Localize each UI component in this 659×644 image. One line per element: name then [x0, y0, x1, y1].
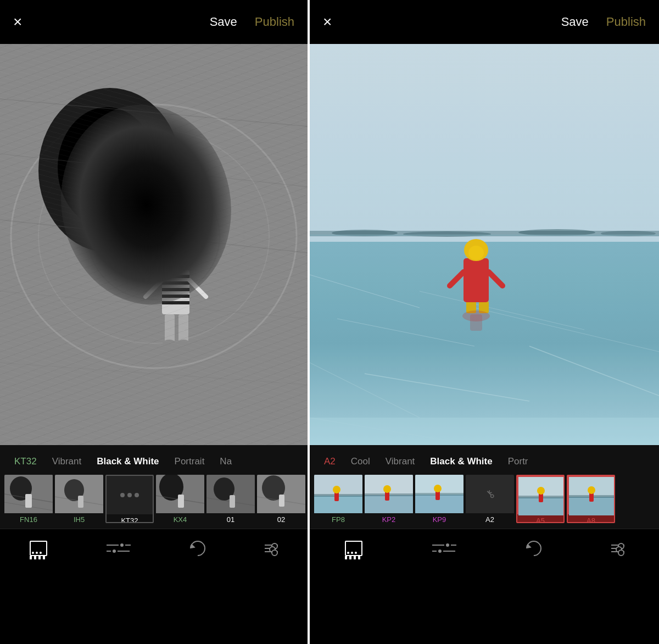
svg-rect-29 — [25, 494, 32, 508]
thumb-a2-bg: ⚷ — [466, 475, 514, 513]
dot1 — [120, 493, 125, 497]
right-flt-line2 — [611, 548, 622, 549]
right-photo-area — [310, 44, 659, 445]
color-photo-svg — [310, 44, 659, 445]
svg-rect-33 — [78, 496, 83, 508]
films-dots — [32, 552, 42, 554]
thumb-a5-img — [517, 476, 563, 514]
right-save-button[interactable]: Save — [561, 15, 589, 29]
left-close-button[interactable]: × — [13, 14, 22, 30]
right-adjust-button[interactable] — [432, 543, 456, 553]
adj-line1 — [107, 543, 131, 547]
right-adj-dot2 — [438, 549, 442, 553]
thumb-kp9-img — [415, 475, 463, 513]
adj-bar2 — [125, 545, 131, 546]
thumb-ih5-img — [55, 475, 103, 513]
right-publish-button[interactable]: Publish — [606, 15, 646, 29]
filter-thumb-ih5[interactable]: IH5 — [55, 475, 103, 523]
right-films-dot2 — [351, 552, 353, 554]
left-header-actions: Save Publish — [210, 15, 294, 29]
right-cat-a2[interactable]: A2 — [316, 456, 343, 467]
right-adjust-icon — [432, 543, 456, 553]
left-filter-area: KT32 Vibrant Black & White Portrait Na — [0, 445, 308, 529]
right-adj-line2 — [432, 549, 456, 553]
filter-thumb-01[interactable]: 01 — [206, 475, 255, 523]
thumb-02-label: 02 — [257, 513, 305, 523]
filter-thumb-kt32[interactable]: KT32 — [105, 475, 154, 523]
adjust-icon — [107, 543, 131, 553]
svg-rect-37 — [178, 495, 184, 508]
revert-icon — [187, 537, 209, 559]
left-publish-button[interactable]: Publish — [255, 15, 294, 29]
thumb-a2-label: A2 — [466, 513, 514, 523]
thumb-kp2-label: KP2 — [365, 513, 413, 523]
right-flt-line3 — [611, 551, 624, 552]
filter-thumb-kp2[interactable]: KP2 — [365, 475, 413, 523]
left-cat-bw[interactable]: Black & White — [89, 456, 166, 467]
thumb-a5-label: A5 — [517, 514, 563, 523]
dot3 — [135, 493, 139, 497]
filter-thumb-fp8[interactable]: FP8 — [314, 475, 362, 523]
right-header-actions: Save Publish — [561, 15, 646, 29]
left-films-button[interactable] — [30, 541, 47, 556]
thumb-fn16-img — [4, 475, 53, 513]
thumb-fp8-img — [314, 475, 362, 513]
right-filters-button[interactable] — [611, 545, 624, 552]
thumb-ih5-label: IH5 — [55, 513, 103, 523]
right-close-button[interactable]: × — [323, 14, 332, 30]
right-bottom-toolbar — [310, 529, 659, 567]
adj-dot2 — [113, 549, 116, 553]
svg-point-87 — [434, 485, 442, 492]
right-cat-vibrant[interactable]: Vibrant — [378, 456, 423, 467]
dot2 — [127, 493, 132, 497]
adj-dot1 — [120, 543, 124, 547]
flt-line1 — [265, 545, 278, 546]
filter-thumb-02[interactable]: 02 — [257, 475, 305, 523]
left-revert-button[interactable] — [190, 541, 205, 556]
key-icon: ⚷ — [482, 486, 498, 502]
adj-bar3 — [107, 551, 111, 552]
filter-thumb-a2[interactable]: ⚷ A2 — [466, 475, 514, 523]
right-adj-bar3 — [432, 551, 437, 552]
left-save-button[interactable]: Save — [210, 15, 237, 29]
svg-point-82 — [383, 485, 391, 493]
films-icon — [30, 541, 47, 556]
right-cat-portrait[interactable]: Portr — [500, 456, 536, 467]
filter-thumb-kp9[interactable]: KP9 — [415, 475, 463, 523]
right-cat-cool[interactable]: Cool — [343, 456, 378, 467]
kp2-svg — [365, 475, 413, 513]
right-adj-bar2 — [451, 545, 456, 546]
kp9-svg — [415, 475, 463, 513]
right-films-button[interactable] — [345, 541, 362, 556]
filter-thumb-fn16[interactable]: FN16 — [4, 475, 53, 523]
filter-thumb-a8[interactable]: A8 — [567, 475, 615, 523]
right-flt-line1 — [611, 545, 624, 546]
left-cat-kt32[interactable]: KT32 — [7, 456, 44, 467]
right-adj-dot1 — [446, 543, 449, 547]
left-photo-area — [0, 44, 308, 445]
left-filters-button[interactable] — [265, 545, 278, 552]
thumb-01-label: 01 — [206, 513, 255, 523]
thumb-kt32-label: KT32 — [107, 514, 153, 523]
right-films-dots — [347, 552, 357, 554]
right-adj-bar4 — [443, 551, 455, 552]
right-films-dot1 — [347, 552, 349, 554]
filter-thumb-kx4[interactable]: KX4 — [156, 475, 204, 523]
right-adj-bar1 — [432, 545, 444, 546]
right-revert-button[interactable] — [526, 541, 541, 556]
left-filter-categories: KT32 Vibrant Black & White Portrait Na — [0, 456, 308, 467]
right-cat-bw[interactable]: Black & White — [422, 456, 500, 467]
filter-thumb-a5[interactable]: A5 — [516, 475, 565, 523]
right-filter-categories: A2 Cool Vibrant Black & White Portr — [310, 456, 659, 467]
thumb-02-img — [257, 475, 305, 513]
left-cat-portrait[interactable]: Portrait — [167, 456, 213, 467]
thumb-kp2-img — [365, 475, 413, 513]
svg-point-77 — [333, 486, 340, 493]
thumb-kx4-label: KX4 — [156, 513, 204, 523]
thumb-fn16-label: FN16 — [4, 513, 53, 523]
thumb-a8-label: A8 — [568, 514, 614, 523]
left-adjust-button[interactable] — [107, 543, 131, 553]
left-cat-vibrant[interactable]: Vibrant — [44, 456, 90, 467]
right-films-dot3 — [355, 552, 357, 554]
left-cat-na[interactable]: Na — [212, 456, 239, 467]
